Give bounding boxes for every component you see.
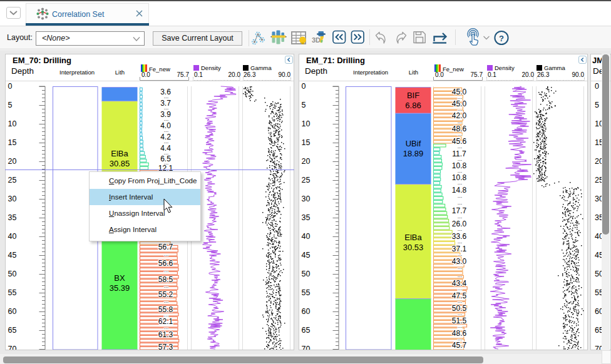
svg-text:45.7: 45.7	[452, 341, 467, 350]
svg-text:BX: BX	[114, 273, 125, 283]
svg-text:...: ...	[164, 311, 169, 318]
svg-text:...: ...	[164, 93, 169, 99]
svg-text:...: ...	[164, 336, 169, 343]
svg-text:...: ...	[458, 238, 463, 245]
svg-text:ElBa: ElBa	[111, 149, 128, 158]
svg-text:?: ?	[499, 34, 504, 43]
svg-text:...: ...	[458, 94, 463, 100]
svg-text:18.89: 18.89	[403, 149, 424, 158]
svg-text:...: ...	[164, 251, 169, 257]
svg-text:...: ...	[458, 285, 463, 291]
svg-text:...: ...	[164, 283, 169, 289]
svg-text:...: ...	[164, 127, 169, 133]
svg-text:57.3: 57.3	[158, 343, 173, 350]
svg-text:...: ...	[458, 106, 463, 112]
svg-text:BIF: BIF	[407, 91, 419, 100]
svg-text:...: ...	[458, 143, 463, 149]
svg-text:35.39: 35.39	[110, 283, 130, 293]
svg-text:...: ...	[458, 193, 463, 199]
svg-text:...: ...	[164, 116, 169, 122]
svg-text:...: ...	[458, 200, 463, 206]
svg-text:...: ...	[458, 179, 463, 186]
svg-text:...: ...	[164, 324, 169, 330]
svg-text:...: ...	[458, 335, 463, 341]
svg-text:UBif: UBif	[406, 139, 421, 148]
svg-text:...: ...	[458, 323, 463, 329]
svg-text:...: ...	[164, 104, 169, 111]
svg-text:...: ...	[164, 159, 169, 166]
svg-text:...: ...	[458, 131, 463, 137]
svg-text:...: ...	[458, 168, 463, 174]
svg-text:...: ...	[458, 272, 463, 278]
svg-text:6.86: 6.86	[405, 101, 421, 110]
svg-text:...: ...	[458, 118, 463, 124]
svg-text:3D: 3D	[312, 36, 321, 44]
svg-text:...: ...	[164, 298, 169, 304]
svg-text:...: ...	[458, 264, 463, 270]
svg-text:56.7: 56.7	[158, 243, 173, 251]
svg-text:...: ...	[458, 251, 463, 257]
svg-text:...: ...	[164, 138, 169, 144]
svg-text:...: ...	[458, 156, 463, 162]
svg-text:...: ...	[458, 213, 463, 220]
svg-text:...: ...	[164, 149, 169, 156]
svg-text:...: ...	[164, 267, 169, 273]
svg-text:30.53: 30.53	[403, 243, 424, 252]
svg-text:30.85: 30.85	[110, 159, 130, 168]
svg-text:...: ...	[458, 226, 463, 232]
svg-text:ElBa: ElBa	[404, 233, 422, 242]
svg-text:...: ...	[458, 310, 463, 316]
svg-text:56.6: 56.6	[158, 259, 173, 268]
svg-text:...: ...	[458, 298, 463, 304]
